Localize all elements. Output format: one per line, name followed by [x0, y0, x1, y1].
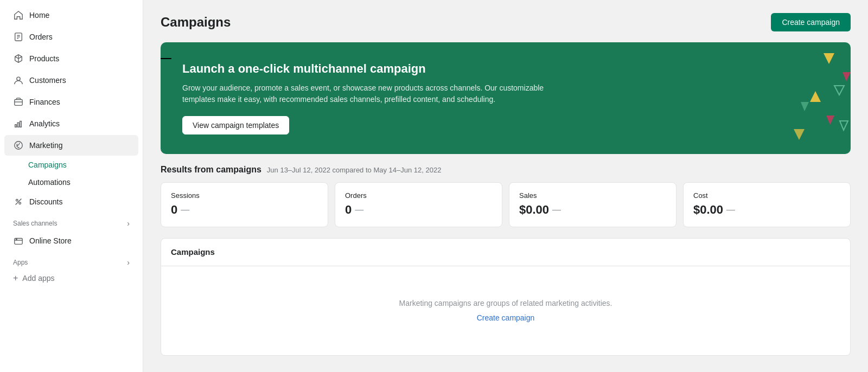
results-title: Results from campaigns [161, 165, 261, 175]
sidebar-item-products[interactable]: Products [4, 48, 138, 69]
sidebar-item-analytics-label: Analytics [29, 119, 60, 128]
svg-marker-18 [810, 91, 821, 102]
sidebar-item-finances-label: Finances [29, 98, 60, 106]
customers-icon [13, 75, 24, 86]
svg-point-4 [17, 77, 20, 80]
stats-grid: Sessions 0 — Orders 0 — Sales $0.00 — Co… [161, 182, 851, 227]
stat-sessions: Sessions 0 — [161, 182, 328, 227]
sidebar-item-home[interactable]: Home [4, 5, 138, 25]
svg-marker-19 [794, 129, 805, 140]
sidebar-sub-automations-label: Automations [28, 178, 71, 187]
sidebar-item-finances[interactable]: Finances [4, 92, 138, 112]
stat-sessions-label: Sessions [171, 191, 318, 200]
page-title: Campaigns [161, 15, 231, 30]
analytics-icon [13, 118, 24, 129]
campaigns-card-title: Campaigns [171, 247, 215, 256]
hero-banner: Launch a one-click multichannel campaign… [161, 42, 851, 154]
hero-decoration [710, 42, 851, 145]
svg-point-13 [19, 202, 21, 204]
sidebar-item-discounts-label: Discounts [29, 197, 62, 206]
sidebar-item-products-label: Products [29, 54, 59, 63]
svg-point-10 [15, 142, 22, 149]
sidebar-item-analytics[interactable]: Analytics [4, 113, 138, 134]
campaigns-empty-create-link[interactable]: Create campaign [477, 313, 535, 322]
campaigns-card: Campaigns Marketing campaigns are groups… [161, 238, 851, 356]
products-icon [13, 53, 24, 64]
hero-title: Launch a one-click multichannel campaign [182, 62, 562, 76]
hero-banner-content: Launch a one-click multichannel campaign… [182, 62, 562, 134]
finances-icon [13, 97, 24, 107]
discounts-icon [13, 196, 24, 207]
orders-icon [13, 31, 24, 42]
results-date-range: Jun 13–Jul 12, 2022 compared to May 14–J… [267, 166, 442, 174]
sales-channels-label: Sales channels [13, 220, 57, 227]
add-apps-item[interactable]: + Add apps [4, 270, 138, 287]
stat-orders-value: 0 — [345, 203, 492, 217]
svg-marker-17 [824, 53, 834, 64]
sales-channels-chevron[interactable]: › [127, 219, 130, 228]
svg-marker-22 [834, 86, 844, 95]
sidebar-item-online-store-label: Online Store [29, 236, 72, 245]
sidebar-item-customers[interactable]: Customers [4, 70, 138, 91]
sidebar-item-home-label: Home [29, 11, 49, 20]
sales-channels-section: Sales channels › [0, 213, 143, 230]
stat-sales-value: $0.00 — [519, 203, 666, 217]
marketing-icon [13, 140, 24, 151]
stat-sales-label: Sales [519, 191, 666, 200]
svg-rect-7 [15, 125, 17, 127]
svg-marker-20 [843, 72, 851, 81]
svg-point-12 [16, 200, 18, 202]
add-apps-label: Add apps [22, 274, 54, 283]
plus-icon: + [13, 273, 18, 283]
online-store-icon [13, 235, 24, 246]
svg-marker-24 [840, 121, 848, 130]
arrow-annotation [161, 48, 171, 69]
home-icon [13, 10, 24, 21]
sidebar-item-orders[interactable]: Orders [4, 27, 138, 47]
campaigns-empty-state: Marketing campaigns are groups of relate… [161, 266, 850, 355]
stat-orders: Orders 0 — [335, 182, 502, 227]
stat-sales: Sales $0.00 — [509, 182, 676, 227]
stat-cost-value: $0.00 — [693, 203, 840, 217]
svg-marker-21 [826, 116, 834, 125]
svg-rect-9 [20, 121, 22, 127]
sidebar-item-discounts[interactable]: Discounts [4, 191, 138, 212]
svg-point-16 [16, 239, 17, 240]
sidebar-item-orders-label: Orders [29, 33, 53, 41]
sidebar-item-marketing[interactable]: Marketing [4, 135, 138, 156]
view-templates-button[interactable]: View campaign templates [182, 116, 289, 134]
sidebar-sub-automations[interactable]: Automations [4, 174, 138, 190]
svg-marker-23 [801, 102, 809, 111]
apps-section: Apps › [0, 252, 143, 269]
hero-description: Grow your audience, promote a sales even… [182, 82, 562, 105]
sidebar-item-online-store[interactable]: Online Store [4, 230, 138, 251]
sidebar-item-marketing-label: Marketing [29, 141, 62, 150]
page-header: Campaigns Create campaign [161, 13, 851, 31]
sidebar-sub-campaigns[interactable]: Campaigns [4, 157, 138, 173]
apps-label: Apps [13, 259, 28, 266]
stat-cost-label: Cost [693, 191, 840, 200]
sidebar-item-customers-label: Customers [29, 76, 66, 85]
svg-rect-5 [15, 100, 22, 106]
main-content: Campaigns Create campaign Launch a one-c… [143, 0, 868, 372]
stat-sessions-value: 0 — [171, 203, 318, 217]
svg-rect-8 [17, 123, 19, 127]
create-campaign-button[interactable]: Create campaign [771, 13, 851, 31]
sidebar: Home Orders Products Customers Finances … [0, 0, 143, 372]
sidebar-sub-campaigns-label: Campaigns [28, 161, 67, 169]
apps-chevron[interactable]: › [127, 258, 130, 267]
campaigns-card-header: Campaigns [161, 239, 850, 266]
stat-cost: Cost $0.00 — [683, 182, 851, 227]
campaigns-empty-text: Marketing campaigns are groups of relate… [172, 299, 839, 307]
stat-orders-label: Orders [345, 191, 492, 200]
results-header: Results from campaigns Jun 13–Jul 12, 20… [161, 165, 851, 175]
